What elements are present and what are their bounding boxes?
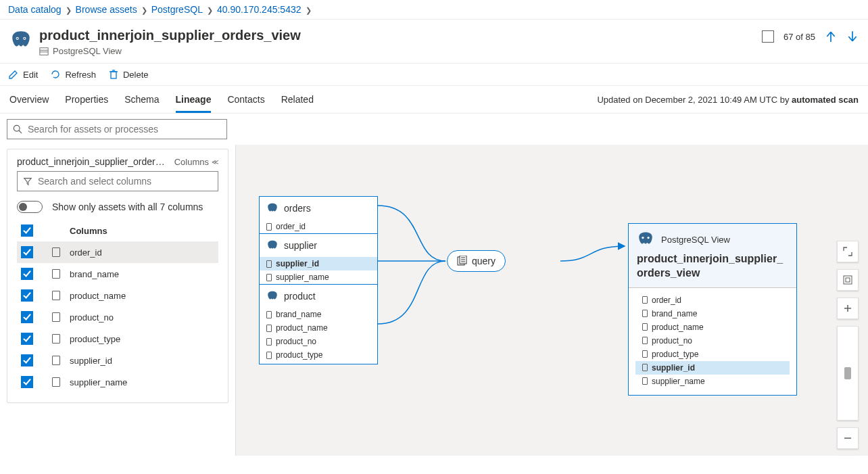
column-label: order_id — [70, 247, 102, 258]
delete-button[interactable]: Delete — [108, 69, 149, 80]
search-icon — [13, 124, 22, 134]
column-icon — [642, 337, 648, 344]
zoom-slider[interactable] — [837, 326, 859, 421]
svg-point-17 — [642, 237, 644, 239]
postgresql-icon — [266, 290, 279, 302]
show-only-toggle[interactable] — [17, 201, 43, 213]
edit-button[interactable]: Edit — [8, 69, 38, 80]
breadcrumb-link[interactable]: Browse assets — [76, 4, 137, 15]
column-label: product_type — [70, 334, 120, 344]
breadcrumb-link[interactable]: PostgreSQL — [151, 4, 203, 15]
node-col: product_name — [276, 323, 328, 333]
column-icon — [642, 310, 648, 317]
zoom-out-button[interactable] — [837, 427, 859, 449]
query-icon — [457, 256, 468, 266]
svg-line-11 — [19, 131, 22, 133]
svg-rect-19 — [844, 276, 852, 284]
tab-related[interactable]: Related — [281, 86, 314, 113]
node-col: product_type — [652, 350, 698, 359]
column-checkbox[interactable] — [21, 268, 33, 280]
arrow-up-icon[interactable] — [825, 30, 837, 43]
command-bar: Edit Refresh Delete — [0, 64, 868, 86]
column-icon — [266, 352, 272, 359]
chevron-right-icon: ❯ — [141, 5, 147, 15]
target-type: PostgreSQL View — [661, 235, 730, 245]
column-checkbox[interactable] — [21, 376, 33, 388]
fullscreen-button[interactable] — [837, 241, 859, 262]
asset-type-label: PostgreSQL View — [53, 46, 122, 56]
svg-point-2 — [17, 38, 18, 39]
source-node[interactable]: orders order_id supplier supplier_id sup… — [259, 196, 378, 364]
column-icon — [266, 311, 272, 318]
column-label: supplier_name — [70, 377, 127, 387]
node-col: supplier_name — [652, 377, 705, 386]
columns-collapse[interactable]: Columns ≪ — [174, 157, 218, 167]
breadcrumb: Data catalog ❯ Browse assets ❯ PostgreSQ… — [0, 0, 868, 20]
column-icon — [52, 356, 60, 365]
target-node[interactable]: PostgreSQL View product_innerjoin_suppli… — [628, 223, 797, 396]
postgresql-icon — [266, 202, 279, 214]
zoom-in-button[interactable] — [837, 298, 859, 319]
column-label: product_name — [70, 291, 126, 301]
column-checkbox[interactable] — [21, 246, 33, 258]
node-col: supplier_id — [276, 259, 319, 268]
column-icon — [266, 325, 272, 332]
column-icon — [52, 312, 60, 322]
refresh-button[interactable]: Refresh — [50, 69, 96, 80]
tab-lineage[interactable]: Lineage — [176, 86, 212, 113]
fit-button[interactable] — [837, 269, 859, 291]
node-col: product_name — [652, 323, 704, 332]
column-checkbox[interactable] — [21, 333, 33, 345]
columns-panel: product_innerjoin_supplier_orders_v... C… — [7, 149, 228, 403]
tab-overview[interactable]: Overview — [9, 86, 49, 113]
column-checkbox[interactable] — [21, 289, 33, 302]
select-checkbox[interactable] — [762, 30, 774, 43]
tab-contacts[interactable]: Contacts — [227, 86, 264, 113]
column-row[interactable]: product_type — [17, 328, 218, 350]
column-checkbox[interactable] — [21, 311, 33, 323]
search-input[interactable] — [7, 119, 227, 139]
node-col: brand_name — [652, 309, 697, 318]
column-row[interactable]: supplier_name — [17, 371, 218, 393]
column-row[interactable]: product_no — [17, 306, 218, 328]
column-icon — [266, 274, 272, 281]
canvas-tools — [837, 241, 859, 456]
node-title: supplier — [284, 240, 317, 251]
column-label: supplier_id — [70, 356, 112, 366]
arrow-down-icon[interactable] — [846, 30, 859, 43]
breadcrumb-link[interactable]: Data catalog — [8, 4, 62, 15]
chevron-left-icon: ≪ — [212, 158, 218, 166]
tab-properties[interactable]: Properties — [65, 86, 108, 113]
select-all-checkbox[interactable] — [21, 224, 33, 237]
node-col: supplier_id — [652, 363, 695, 373]
tab-schema[interactable]: Schema — [124, 86, 159, 113]
panel-title: product_innerjoin_supplier_orders_v... — [17, 156, 166, 167]
column-icon — [52, 334, 60, 343]
column-row[interactable]: order_id — [17, 241, 218, 263]
tab-row: Overview Properties Schema Lineage Conta… — [0, 86, 868, 114]
breadcrumb-link[interactable]: 40.90.170.245:5432 — [217, 4, 302, 15]
postgresql-icon — [266, 239, 279, 252]
column-row[interactable]: product_name — [17, 285, 218, 306]
svg-rect-7 — [111, 72, 116, 78]
column-checkbox[interactable] — [21, 354, 33, 366]
chevron-right-icon: ❯ — [66, 5, 72, 15]
column-filter-field[interactable] — [38, 176, 212, 187]
postgresql-icon — [637, 231, 654, 248]
column-icon — [52, 377, 60, 387]
item-position: 67 of 85 — [783, 32, 815, 42]
column-row[interactable]: supplier_id — [17, 350, 218, 371]
svg-point-3 — [24, 38, 25, 39]
column-row[interactable]: brand_name — [17, 263, 218, 285]
column-label: brand_name — [70, 269, 119, 279]
edit-label: Edit — [23, 70, 38, 80]
lineage-canvas[interactable]: orders order_id supplier supplier_id sup… — [235, 145, 868, 456]
search-field[interactable] — [28, 124, 221, 135]
node-title: orders — [284, 203, 311, 214]
query-node[interactable]: query — [447, 250, 506, 272]
column-icon — [642, 323, 648, 331]
column-filter[interactable] — [17, 171, 218, 191]
page-title: product_innerjoin_supplier_orders_view — [39, 28, 301, 43]
delete-label: Delete — [123, 70, 149, 80]
svg-point-18 — [647, 237, 649, 239]
